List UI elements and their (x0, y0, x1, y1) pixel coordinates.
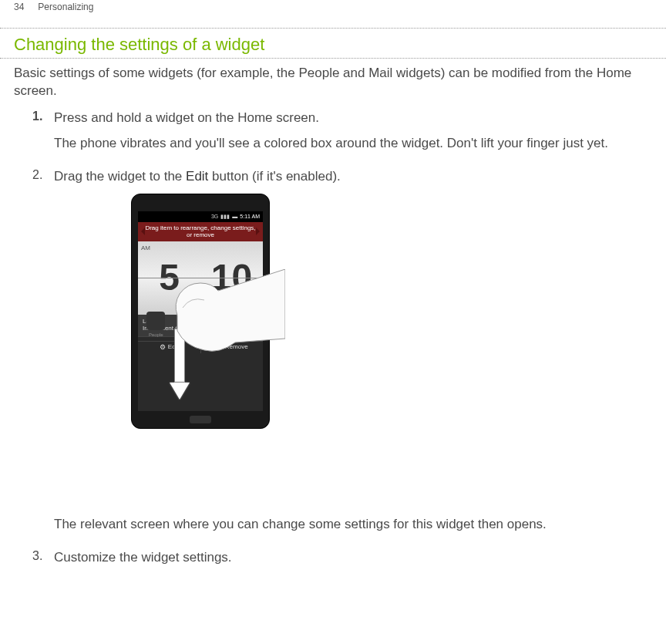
step-content: Customize the widget settings. (54, 549, 652, 567)
step-bold: Edit (186, 169, 208, 184)
step-3: 3. Customize the widget settings. (32, 549, 652, 567)
step-number: 3. (32, 549, 45, 567)
drag-banner: Drag item to rearrange, change settings,… (138, 222, 263, 241)
step-1: 1. Press and hold a widget on the Home s… (32, 110, 652, 160)
step-main-text: Customize the widget settings. (54, 549, 652, 567)
battery-icon: ▬ (232, 213, 237, 220)
clock-hour: 5 (138, 241, 200, 315)
intro-paragraph: Basic settings of some widgets (for exam… (14, 59, 652, 110)
step-main-text: Press and hold a widget on the Home scre… (54, 110, 652, 127)
home-button (190, 416, 211, 423)
step-sub-text: The phone vibrates and you'll see a colo… (54, 135, 652, 153)
clock-minute: 10 (200, 241, 263, 315)
bottom-bar: ⚙ Edit 🗑 Remove (138, 341, 263, 353)
gear-icon: ⚙ (160, 342, 166, 352)
page-header: 34 Personalizing (0, 0, 666, 12)
people-icon (146, 312, 165, 330)
phone-illustration: 3G ▮▮▮ ▬ 5:11 AM Drag item to rearrange,… (54, 194, 285, 510)
clock-widget: AM 5 10 (138, 241, 263, 315)
app-icons-row: People Messages Internet (138, 312, 263, 338)
page-number: 34 (14, 2, 24, 12)
phone-body: 3G ▮▮▮ ▬ 5:11 AM Drag item to rearrange,… (131, 194, 270, 429)
arrow-down-icon (170, 329, 190, 406)
signal-3g-icon: 3G (211, 213, 218, 220)
section-heading: Changing the settings of a widget (14, 29, 652, 58)
signal-bars-icon: ▮▮▮ (220, 213, 230, 220)
app-label: Internet (207, 332, 223, 337)
step-suffix: button (if it's enabled). (208, 169, 340, 184)
app-camera: Camera (234, 312, 256, 338)
camera-icon (236, 312, 254, 330)
step-main-text: Drag the widget to the Edit button (if i… (54, 168, 652, 186)
app-people: People (145, 312, 166, 338)
step-prefix: Drag the widget to the (54, 169, 186, 184)
step-number: 2. (32, 168, 45, 541)
step-number: 1. (32, 110, 45, 160)
section-name: Personalizing (38, 2, 93, 12)
status-time: 5:11 AM (240, 213, 260, 220)
step-result-text: The relevant screen where you can change… (54, 516, 652, 534)
step-content: Drag the widget to the Edit button (if i… (54, 168, 652, 541)
internet-icon (206, 312, 224, 330)
steps-list: 1. Press and hold a widget on the Home s… (14, 110, 652, 567)
step-content: Press and hold a widget on the Home scre… (54, 110, 652, 160)
app-label: Camera (237, 332, 253, 337)
status-bar: 3G ▮▮▮ ▬ 5:11 AM (138, 211, 263, 222)
app-label: People (149, 332, 163, 337)
messages-icon (177, 312, 195, 330)
trash-icon: 🗑 (216, 342, 223, 352)
remove-button[interactable]: 🗑 Remove (201, 342, 264, 353)
remove-label: Remove (225, 343, 248, 352)
app-internet: Internet (204, 312, 226, 338)
phone-screen: 3G ▮▮▮ ▬ 5:11 AM Drag item to rearrange,… (138, 211, 263, 411)
step-2: 2. Drag the widget to the Edit button (i… (32, 168, 652, 541)
